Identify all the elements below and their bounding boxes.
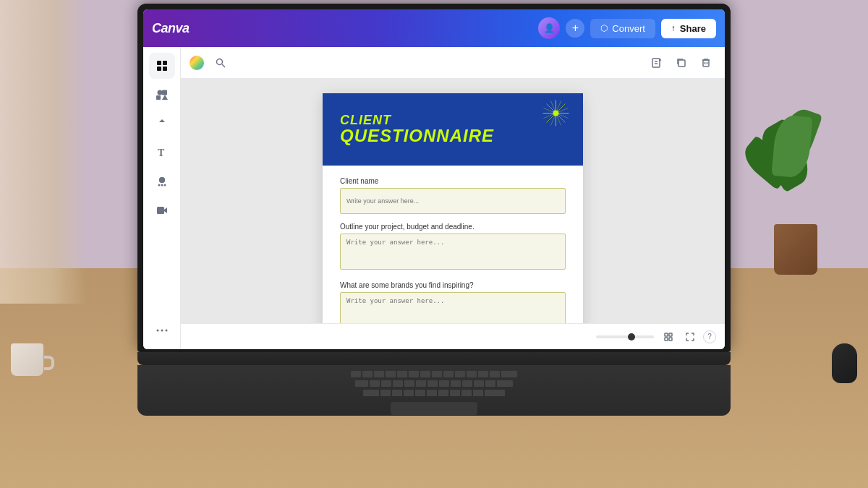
key (420, 371, 430, 377)
sidebar-item-more[interactable] (149, 317, 175, 343)
svg-rect-0 (157, 61, 161, 65)
document-page: CLIENT QUESTIONNAIRE Client name (323, 93, 583, 323)
svg-point-15 (165, 330, 167, 332)
status-icons: ? (660, 328, 716, 346)
sidebar: T (143, 47, 181, 349)
svg-line-17 (222, 64, 225, 67)
fullscreen-button[interactable] (681, 328, 699, 346)
duplicate-button[interactable] (671, 53, 692, 73)
header-title-line2: QUESTIONNAIRE (340, 127, 566, 145)
key (490, 371, 500, 377)
key (409, 371, 419, 377)
plant-decoration (752, 58, 839, 275)
svg-rect-12 (157, 207, 164, 214)
content-wrapper: CLIENT QUESTIONNAIRE Client name (181, 47, 725, 349)
svg-rect-36 (665, 333, 668, 336)
sidebar-item-grid[interactable] (149, 53, 175, 79)
sidebar-item-text[interactable]: T (149, 140, 175, 166)
laptop-keyboard (137, 365, 731, 416)
svg-rect-3 (163, 67, 167, 71)
zoom-slider[interactable] (596, 335, 654, 338)
svg-rect-2 (157, 67, 161, 71)
key (381, 380, 391, 387)
new-page-button[interactable] (647, 53, 667, 73)
svg-rect-24 (703, 60, 709, 67)
toolbar-right (647, 53, 716, 73)
avatar[interactable]: 👤 (538, 17, 560, 39)
mouse-decoration (832, 343, 857, 383)
key (451, 380, 461, 387)
key (416, 380, 426, 387)
help-button[interactable]: ? (703, 330, 716, 343)
key (404, 390, 414, 396)
key (362, 371, 373, 377)
search-toolbar-button[interactable] (210, 52, 231, 74)
add-button[interactable]: + (566, 19, 584, 38)
brands-textarea[interactable] (340, 292, 566, 323)
key (393, 380, 403, 387)
convert-button[interactable]: ⬡ Convert (590, 19, 655, 38)
convert-label: Convert (612, 23, 645, 34)
key (473, 390, 483, 396)
status-bar: ? (181, 323, 725, 349)
main-area: T (143, 47, 725, 349)
key (363, 390, 379, 396)
header-title-line1: CLIENT (340, 114, 566, 127)
convert-icon: ⬡ (600, 23, 608, 33)
svg-rect-7 (156, 95, 161, 100)
sidebar-item-elements[interactable] (149, 82, 175, 108)
form-area: Client name Outline your project, budget… (323, 166, 583, 323)
fit-page-button[interactable] (660, 328, 677, 346)
field-label-1: Outline your project, budget and deadlin… (340, 223, 566, 231)
svg-point-13 (156, 330, 158, 332)
svg-point-4 (157, 90, 162, 95)
document-header: CLIENT QUESTIONNAIRE (323, 93, 583, 166)
key (351, 371, 361, 377)
field-label-2: What are some brands you find inspiring? (340, 281, 566, 289)
svg-rect-38 (665, 338, 668, 341)
share-button[interactable]: ↑ Share (661, 19, 716, 38)
share-icon: ↑ (671, 23, 676, 33)
laptop: Canva 👤 + ⬡ Convert ↑ Share (137, 4, 731, 416)
key (501, 371, 517, 377)
key (478, 371, 488, 377)
canvas-area[interactable]: CLIENT QUESTIONNAIRE Client name (181, 79, 725, 323)
sidebar-item-audio[interactable] (149, 168, 175, 194)
sidebar-item-video[interactable] (149, 197, 175, 223)
key (497, 380, 513, 387)
delete-button[interactable] (696, 53, 716, 73)
avatar-image: 👤 (538, 17, 560, 39)
svg-point-9 (158, 184, 160, 187)
svg-point-11 (163, 184, 166, 187)
key (380, 390, 391, 396)
key (485, 390, 505, 396)
key (455, 371, 465, 377)
color-palette-icon[interactable] (190, 56, 204, 70)
key (467, 371, 477, 377)
key (355, 380, 368, 387)
client-name-input[interactable] (340, 188, 566, 214)
svg-marker-6 (162, 95, 168, 100)
svg-rect-39 (669, 338, 672, 341)
svg-point-14 (161, 330, 163, 332)
touchpad[interactable] (391, 402, 477, 415)
keyboard-row-1 (351, 371, 517, 377)
key (386, 371, 396, 377)
sidebar-item-uploads[interactable] (149, 111, 175, 137)
key (404, 380, 414, 387)
key (450, 390, 460, 396)
key (439, 380, 449, 387)
keyboard-row-3 (363, 390, 505, 396)
key (485, 380, 495, 387)
project-outline-textarea[interactable] (340, 234, 566, 270)
key (374, 371, 384, 377)
key (461, 390, 472, 396)
share-label: Share (680, 23, 706, 34)
key (370, 380, 380, 387)
laptop-base (137, 352, 731, 365)
svg-text:T: T (158, 147, 165, 158)
key (432, 371, 442, 377)
svg-rect-5 (162, 90, 167, 95)
screen-content: Canva 👤 + ⬡ Convert ↑ Share (143, 9, 725, 349)
laptop-screen: Canva 👤 + ⬡ Convert ↑ Share (137, 4, 731, 352)
